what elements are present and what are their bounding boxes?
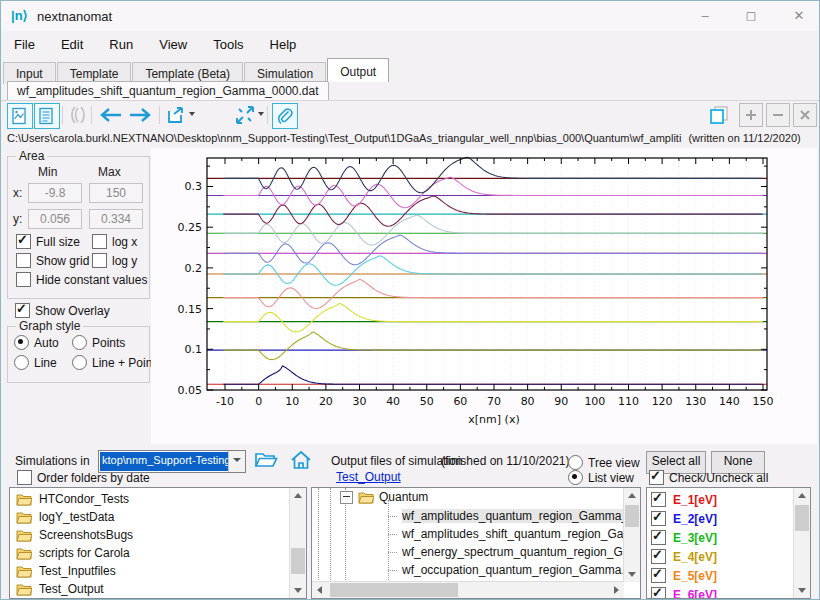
window-title: nextnanomat [37,9,112,24]
list-view-radio[interactable]: List view [568,470,634,485]
tree-node-quantum[interactable]: Quantum [340,490,428,504]
svg-text:60: 60 [453,395,467,408]
tree-file-item[interactable]: wf_amplitudes_shift_quantum_region_Gamma [382,525,623,543]
svg-text:100: 100 [584,395,605,408]
x-min-field[interactable]: -9.8 [28,183,82,203]
tree-view-radio[interactable]: Tree view [568,455,640,470]
tree-vscrollbar[interactable] [623,488,640,582]
hide-constant-checkbox[interactable]: Hide constant values [16,272,147,287]
svg-text:120: 120 [652,395,673,408]
home-icon[interactable] [290,450,312,470]
fit-view-icon[interactable] [233,103,257,127]
menu-bar: FileEditRunViewToolsHelp [1,31,819,58]
menu-view[interactable]: View [146,31,200,52]
svg-text:0: 0 [255,395,262,408]
menu-edit[interactable]: Edit [48,31,96,52]
log-x-checkbox[interactable]: log x [92,234,137,249]
tab-output[interactable]: Output [327,58,389,82]
svg-text:110: 110 [618,395,639,408]
scroll-left-icon[interactable] [312,582,328,598]
energy-item[interactable]: E_1[eV] [647,490,810,509]
maximize-button[interactable]: ◻ [734,6,768,26]
svg-text:40: 40 [386,395,400,408]
attach-icon[interactable] [272,103,298,129]
y-max-field[interactable]: 0.334 [89,209,143,229]
x-max-field[interactable]: 150 [89,183,143,203]
svg-text:0.1: 0.1 [185,343,203,356]
svg-text:90: 90 [554,395,568,408]
back-arrow-icon[interactable] [96,103,124,127]
menu-tools[interactable]: Tools [200,31,256,52]
folder-item[interactable]: HTCondor_Tests [10,490,306,508]
y-row-label: y: [13,212,22,226]
tree-file-item[interactable]: wf_energy_spectrum_quantum_region_Gamm [382,543,623,561]
scroll-thumb[interactable] [625,505,639,527]
folder-list-scrollbar[interactable] [289,488,306,598]
svg-text:0.3: 0.3 [185,180,203,193]
menu-file[interactable]: File [1,31,48,52]
scroll-thumb[interactable] [330,583,458,597]
file-path: C:\Users\carola.burkl.NEXTNANO\Desktop\n… [7,132,681,144]
nextnanomat-window: { "window": {"title": "nextnanomat", "lo… [0,0,820,600]
folder-list[interactable]: HTCondor_Tests logY_testData Screenshots… [9,487,307,599]
order-folders-checkbox[interactable]: Order folders by date [17,470,150,485]
energy-item[interactable]: E_4[eV] [647,547,810,566]
full-size-checkbox[interactable]: Full size [16,234,80,249]
check-uncheck-checkbox[interactable]: Check/Uncheck all [649,470,768,485]
menu-help[interactable]: Help [257,31,310,52]
energy-item[interactable]: E_5[eV] [647,566,810,585]
style-line-points-radio[interactable]: Line + Points [72,355,162,370]
scroll-thumb[interactable] [795,505,809,531]
simulation-link[interactable]: Test_Output [336,470,401,484]
scroll-thumb[interactable] [291,548,305,574]
scroll-down-icon[interactable] [290,582,306,598]
energy-item[interactable]: E_6[eV] [647,585,810,599]
open-folder-icon[interactable] [254,450,278,470]
scroll-up-icon[interactable] [290,488,306,504]
min-label: Min [38,165,57,179]
new-window-icon[interactable] [707,103,731,127]
forward-arrow-icon[interactable] [127,103,155,127]
close-button[interactable]: ✕ [782,6,816,26]
svg-text:0.25: 0.25 [178,221,203,234]
energy-list[interactable]: E_1[eV] E_2[eV] E_3[eV] E_4[eV] E_5[eV] … [646,487,811,599]
energy-list-scrollbar[interactable] [793,488,810,598]
folder-item[interactable]: Test_Output [10,580,306,598]
tree-file-item[interactable]: wf_occupation_quantum_region_Gamma.dat [382,561,623,579]
y-min-field[interactable]: 0.056 [28,209,82,229]
show-grid-checkbox[interactable]: Show grid [16,253,89,268]
folder-item[interactable]: scripts for Carola [10,544,306,562]
title-bar[interactable]: |n⟩ nextnanomat – ◻ ✕ [1,1,819,31]
output-file-tree[interactable]: Quantum wf_amplitudes_quantum_region_Gam… [311,487,641,599]
menu-run[interactable]: Run [96,31,146,52]
style-auto-radio[interactable]: Auto [14,335,59,350]
fit-view-caret-icon[interactable] [258,112,264,116]
export-caret-icon[interactable] [189,112,195,116]
show-overlay-checkbox[interactable]: Show Overlay [15,303,110,318]
svg-text:130: 130 [685,395,706,408]
folder-item[interactable]: logY_testData [10,508,306,526]
scroll-up-icon[interactable] [794,488,810,504]
style-points-radio[interactable]: Points [72,335,125,350]
file-tab-strip: wf_amplitudes_shift_quantum_region_Gamma… [1,81,819,101]
text-view-icon[interactable] [34,103,60,129]
style-line-radio[interactable]: Line [14,355,57,370]
scroll-up-icon[interactable] [624,488,640,504]
folder-item[interactable]: Test_Inputfiles [10,562,306,580]
export-icon[interactable] [164,103,188,127]
scroll-right-icon[interactable] [608,582,624,598]
energy-item[interactable]: E_2[eV] [647,509,810,528]
scroll-down-icon[interactable] [624,566,640,582]
folder-item[interactable]: ScreenshotsBugs [10,526,306,544]
collapse-icon[interactable] [340,491,353,504]
scroll-down-icon[interactable] [794,582,810,598]
log-y-checkbox[interactable]: log y [92,253,137,268]
energy-item[interactable]: E_3[eV] [647,528,810,547]
minimize-button[interactable]: – [688,6,722,26]
wavefunction-chart-panel[interactable]: -100102030405060708090100110120130140150… [151,148,817,444]
bottom-row-2: Order folders by date Test_Output List v… [1,469,819,486]
chart-view-icon[interactable] [7,103,33,129]
file-tab[interactable]: wf_amplitudes_shift_quantum_region_Gamma… [7,81,329,100]
tree-hscrollbar[interactable] [312,581,624,598]
tree-file-item[interactable]: wf_amplitudes_quantum_region_Gamma_000 [382,507,623,525]
